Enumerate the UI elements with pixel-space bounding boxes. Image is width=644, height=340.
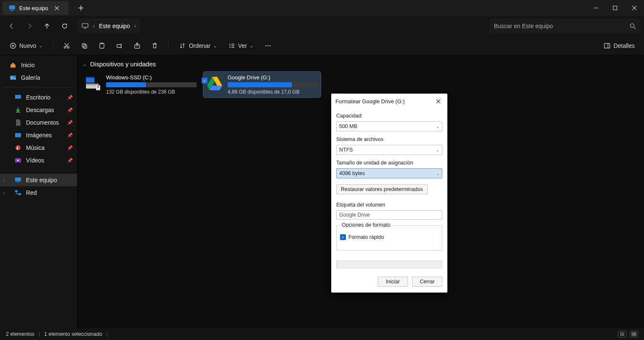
svg-rect-14: [117, 44, 121, 47]
close-button[interactable]: Cerrar: [412, 277, 442, 287]
pin-icon: 📌: [67, 120, 73, 126]
breadcrumb[interactable]: › Este equipo ›: [77, 18, 140, 34]
statusbar: 2 elementos | 1 elemento seleccionado |: [0, 328, 644, 340]
svg-rect-38: [632, 335, 634, 336]
filesystem-combo[interactable]: NTFS ⌄: [336, 145, 442, 155]
details-icon: [603, 42, 611, 50]
svg-point-21: [11, 77, 13, 78]
sidebar-item-videos[interactable]: Vídeos 📌: [0, 154, 77, 167]
drive-c[interactable]: Windows-SSD (C:) 132 GB disponibles de 2…: [82, 72, 199, 97]
section-title: Dispositivos y unidades: [90, 60, 156, 68]
paste-button[interactable]: [95, 39, 109, 52]
new-button[interactable]: Nuevo ⌄: [6, 39, 46, 52]
view-icon: [228, 42, 236, 50]
monitor-icon: [8, 4, 16, 12]
pin-icon: 📌: [67, 95, 73, 100]
svg-point-25: [17, 148, 18, 149]
sidebar-item-label: Escritorio: [26, 94, 50, 101]
dialog-titlebar: Formatear Google Drive (G:): [331, 94, 447, 109]
sidebar-item-label: Vídeos: [26, 157, 44, 164]
svg-rect-1: [11, 10, 13, 10]
close-window-button[interactable]: [625, 0, 644, 16]
pin-icon: 📌: [67, 145, 73, 151]
desktop-icon: [14, 94, 22, 101]
status-count: 2 elementos: [6, 331, 34, 337]
dialog-close-button[interactable]: [433, 96, 443, 106]
refresh-button[interactable]: [56, 18, 73, 34]
drive-g[interactable]: ✓ Google Drive (G:) 4,86 GB disponibles …: [203, 72, 321, 97]
sidebar-item-desktop[interactable]: Escritorio 📌: [0, 91, 77, 104]
drive-name: Google Drive (G:): [228, 74, 318, 81]
home-icon: [9, 61, 17, 69]
view-list-button[interactable]: [618, 331, 626, 337]
sidebar-item-downloads[interactable]: Descargas 📌: [0, 104, 77, 116]
titlebar: Este equipo: [0, 0, 644, 16]
capacity-combo[interactable]: 500 MB ⌄: [336, 121, 442, 131]
format-progress: [336, 261, 442, 268]
chevron-right-icon[interactable]: ›: [3, 178, 5, 183]
checkbox-icon[interactable]: ✓: [202, 78, 208, 84]
chevron-down-icon: ⌄: [213, 43, 217, 49]
more-button[interactable]: [261, 39, 275, 52]
documents-icon: [14, 119, 22, 126]
svg-rect-29: [15, 190, 18, 192]
search-input[interactable]: [494, 23, 629, 29]
svg-point-18: [270, 45, 271, 46]
chevron-right-icon: ›: [134, 23, 136, 29]
tab-este-equipo[interactable]: Este equipo: [3, 1, 68, 15]
minimize-button[interactable]: [586, 0, 605, 16]
restore-defaults-label: Restaurar valores predeterminados: [341, 186, 423, 192]
chevron-down-icon: ⌄: [249, 43, 254, 49]
maximize-button[interactable]: [605, 0, 625, 16]
sidebar-item-documents[interactable]: Documentos 📌: [0, 116, 77, 129]
window-controls: [586, 0, 644, 16]
section-header[interactable]: ⌄ Dispositivos y unidades: [82, 59, 640, 69]
copy-button[interactable]: [78, 39, 91, 52]
monitor-icon: [81, 22, 89, 30]
svg-rect-11: [83, 45, 87, 48]
navbar: › Este equipo ›: [0, 16, 644, 36]
sidebar-item-network[interactable]: › Red: [0, 186, 77, 199]
volume-input[interactable]: [336, 210, 442, 220]
delete-button[interactable]: [148, 39, 161, 52]
cut-button[interactable]: [60, 39, 73, 52]
details-pane-button[interactable]: Detalles: [600, 39, 638, 52]
view-button[interactable]: Ver ⌄: [225, 39, 257, 52]
chevron-down-icon: ⌄: [436, 148, 439, 152]
search-box[interactable]: [490, 18, 641, 34]
pictures-icon: [14, 131, 22, 139]
quick-format-checkbox[interactable]: ✓ Formato rápido: [340, 234, 439, 240]
videos-icon: [14, 157, 22, 164]
sidebar-item-pictures[interactable]: Imágenes 📌: [0, 129, 77, 141]
capacity-bar: [106, 82, 197, 87]
quick-format-label: Formato rápido: [348, 234, 384, 240]
chevron-right-icon[interactable]: ›: [3, 191, 5, 195]
sidebar-item-gallery[interactable]: Galería: [0, 71, 77, 84]
up-button[interactable]: [39, 18, 55, 34]
allocation-label: Tamaño de unidad de asignación: [336, 160, 442, 166]
sidebar-item-thispc[interactable]: › Este equipo: [0, 174, 77, 186]
sidebar: Inicio Galería Escritorio 📌 Descargas 📌 …: [0, 55, 78, 328]
svg-rect-2: [10, 10, 14, 11]
view-tiles-button[interactable]: [630, 331, 638, 337]
capacity-bar: [228, 82, 318, 87]
forward-button[interactable]: [21, 18, 38, 34]
new-tab-button[interactable]: [74, 1, 88, 15]
back-button[interactable]: [3, 18, 20, 34]
share-button[interactable]: [130, 39, 144, 52]
sidebar-item-label: Descargas: [26, 107, 54, 113]
sidebar-item-home[interactable]: Inicio: [0, 59, 77, 71]
sidebar-item-label: Galería: [21, 74, 40, 81]
rename-button[interactable]: [113, 39, 126, 52]
allocation-combo[interactable]: 4096 bytes ⌄: [336, 168, 442, 178]
sidebar-item-music[interactable]: Música 📌: [0, 141, 77, 154]
pin-icon: 📌: [67, 133, 73, 138]
close-tab-button[interactable]: [52, 3, 62, 13]
svg-point-16: [265, 45, 267, 46]
svg-rect-0: [9, 5, 15, 9]
chevron-down-icon: ⌄: [83, 61, 87, 67]
start-button[interactable]: Iniciar: [378, 277, 408, 287]
svg-rect-34: [86, 77, 94, 78]
restore-defaults-button[interactable]: Restaurar valores predeterminados: [336, 184, 428, 194]
sort-button[interactable]: Ordenar ⌄: [175, 39, 220, 52]
